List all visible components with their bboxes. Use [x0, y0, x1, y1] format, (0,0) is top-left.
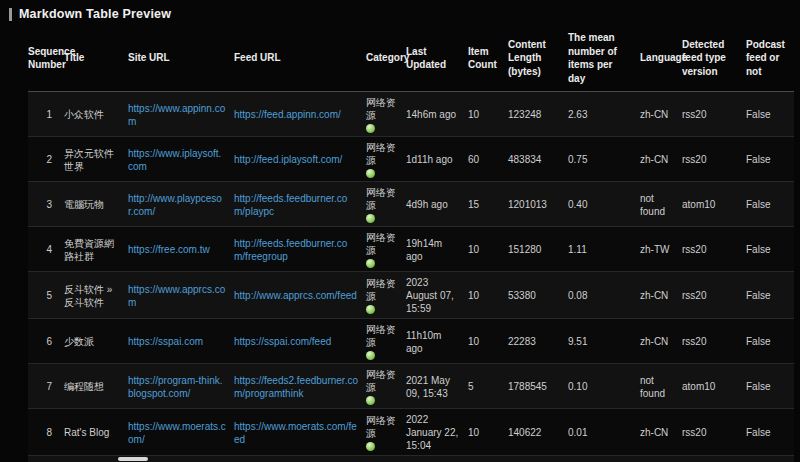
- cell-language: not found: [640, 364, 682, 409]
- cell-category: 网络资源: [366, 456, 406, 462]
- cell-feed-type: rss20: [682, 456, 746, 462]
- cell-title: Rat's Blog: [64, 409, 128, 456]
- cell-last-updated: 14h6m ago: [406, 92, 468, 137]
- cell-podcast: False: [746, 272, 794, 319]
- cell-podcast: False: [746, 182, 794, 227]
- cell-item-count: 10: [468, 456, 508, 462]
- cell-site-url: https://program-think.blogspot.com/: [128, 364, 234, 409]
- cell-category: 网络资源: [366, 364, 406, 409]
- cell-title: 编程随想: [64, 364, 128, 409]
- site-url-link[interactable]: https://program-think.blogspot.com/: [128, 375, 222, 399]
- cell-sequence: 9: [28, 456, 64, 462]
- table-row: 3 電腦玩物 http://www.playpcesor.com/ http:/…: [28, 182, 794, 227]
- cell-language: zh-TW: [640, 227, 682, 272]
- title-accent-bar: [9, 8, 12, 21]
- col-header-mean-items: The mean number of items per day: [568, 26, 640, 92]
- cell-feed-url: http://feeds.feedburner.com/playpc: [234, 182, 366, 227]
- cell-feed-type: rss20: [682, 272, 746, 319]
- cell-last-updated: 2021 May 09, 15:43: [406, 364, 468, 409]
- feed-url-link[interactable]: http://feeds.feedburner.com/playpc: [234, 193, 347, 217]
- green-circle-icon: [366, 305, 375, 314]
- category-label: 网络资源: [366, 187, 396, 211]
- col-header-feed-type: Detected feed type version: [682, 26, 746, 92]
- cell-content-length: 1788545: [508, 364, 568, 409]
- cell-sequence: 1: [28, 92, 64, 137]
- feed-url-link[interactable]: http://feeds.feedburner.com/freegroup: [234, 238, 347, 262]
- page-title-label: Markdown Table Preview: [19, 7, 171, 21]
- table-row: 2 异次元软件世界 https://www.iplaysoft.com http…: [28, 137, 794, 182]
- feed-url-link[interactable]: https://feed.appinn.com/: [234, 109, 341, 120]
- cell-last-updated: 11h10m ago: [406, 319, 468, 364]
- cell-category: 网络资源: [366, 92, 406, 137]
- cell-podcast: False: [746, 92, 794, 137]
- cell-content-length: 53380: [508, 272, 568, 319]
- category-label: 网络资源: [366, 232, 396, 256]
- site-url-link[interactable]: https://www.appinn.com: [128, 103, 225, 127]
- cell-item-count: 5: [468, 364, 508, 409]
- cell-feed-url: https://51.ruyo.net/feed/: [234, 456, 366, 462]
- feed-url-link[interactable]: http://www.apprcs.com/feed: [234, 290, 357, 301]
- col-header-feed-url: Feed URL: [234, 26, 366, 92]
- feed-url-link[interactable]: https://feeds2.feedburner.com/programthi…: [234, 375, 358, 399]
- site-url-link[interactable]: http://www.playpcesor.com/: [128, 193, 222, 217]
- cell-site-url: https://www.apprcs.com: [128, 272, 234, 319]
- cell-content-length: 125712: [508, 456, 568, 462]
- cell-sequence: 5: [28, 272, 64, 319]
- cell-last-updated: 1d11h ago: [406, 137, 468, 182]
- col-header-site-url: Site URL: [128, 26, 234, 92]
- cell-sequence: 2: [28, 137, 64, 182]
- cell-language: zh-CN: [640, 319, 682, 364]
- cell-language: not found: [640, 182, 682, 227]
- site-url-link[interactable]: https://www.apprcs.com: [128, 284, 225, 308]
- cell-title: 小众软件: [64, 92, 128, 137]
- cell-title: 反斗软件 » 反斗软件: [64, 272, 128, 319]
- cell-feed-type: rss20: [682, 92, 746, 137]
- cell-content-length: 22283: [508, 319, 568, 364]
- site-url-link[interactable]: https://www.iplaysoft.com: [128, 148, 221, 172]
- site-url-link[interactable]: https://free.com.tw: [128, 244, 210, 255]
- cell-mean-items: 0.01: [568, 409, 640, 456]
- col-header-language: Language: [640, 26, 682, 92]
- cell-sequence: 8: [28, 409, 64, 456]
- cell-site-url: https://free.com.tw: [128, 227, 234, 272]
- col-header-category: Category: [366, 26, 406, 92]
- cell-content-length: 123248: [508, 92, 568, 137]
- cell-mean-items: 0.75: [568, 137, 640, 182]
- cell-feed-url: https://sspai.com/feed: [234, 319, 366, 364]
- cell-content-length: 483834: [508, 137, 568, 182]
- horizontal-scrollbar-thumb[interactable]: [118, 457, 148, 461]
- cell-title: 免費資源網路社群: [64, 227, 128, 272]
- cell-feed-type: rss20: [682, 137, 746, 182]
- cell-title: 電腦玩物: [64, 182, 128, 227]
- table-row: 5 反斗软件 » 反斗软件 https://www.apprcs.com htt…: [28, 272, 794, 319]
- cell-site-url: https://www.appinn.com: [128, 92, 234, 137]
- cell-feed-type: rss20: [682, 409, 746, 456]
- cell-mean-items: 0.10: [568, 364, 640, 409]
- cell-mean-items: 0.08: [568, 272, 640, 319]
- cell-site-url: https://sspai.com: [128, 319, 234, 364]
- cell-feed-url: http://feed.iplaysoft.com/: [234, 137, 366, 182]
- cell-feed-type: rss20: [682, 319, 746, 364]
- cell-content-length: 1201013: [508, 182, 568, 227]
- table-row: 6 少数派 https://sspai.com https://sspai.co…: [28, 319, 794, 364]
- cell-feed-url: https://www.moerats.com/feed: [234, 409, 366, 456]
- cell-language: zh-CN: [640, 137, 682, 182]
- feed-url-link[interactable]: https://www.moerats.com/feed: [234, 421, 357, 445]
- green-circle-icon: [366, 259, 375, 268]
- cell-language: zh-CN: [640, 92, 682, 137]
- cell-sequence: 3: [28, 182, 64, 227]
- cell-item-count: 10: [468, 319, 508, 364]
- cell-language: zh-CN: [640, 456, 682, 462]
- site-url-link[interactable]: https://sspai.com: [128, 336, 203, 347]
- cell-last-updated: 2022 January 22, 15:04: [406, 409, 468, 456]
- feed-url-link[interactable]: https://sspai.com/feed: [234, 336, 331, 347]
- category-label: 网络资源: [366, 369, 396, 393]
- cell-content-length: 140622: [508, 409, 568, 456]
- feed-url-link[interactable]: http://feed.iplaysoft.com/: [234, 154, 342, 165]
- cell-item-count: 10: [468, 272, 508, 319]
- cell-category: 网络资源: [366, 137, 406, 182]
- cell-feed-url: https://feed.appinn.com/: [234, 92, 366, 137]
- site-url-link[interactable]: https://www.moerats.com/: [128, 421, 226, 445]
- cell-feed-type: rss20: [682, 227, 746, 272]
- cell-item-count: 15: [468, 182, 508, 227]
